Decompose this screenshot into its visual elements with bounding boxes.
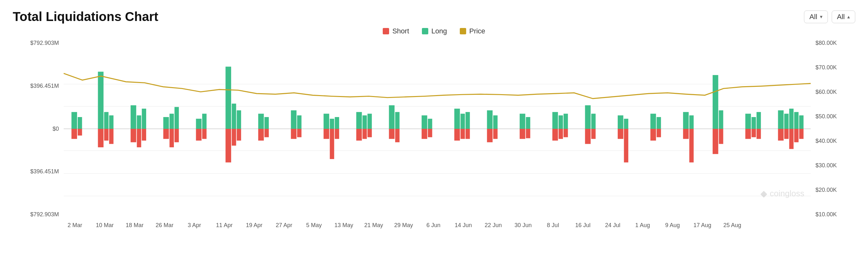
legend-price-label: Price [469,27,485,35]
svg-rect-98 [657,129,661,137]
svg-rect-113 [778,110,784,129]
header-controls: All ▾ All ▴ [804,10,855,23]
svg-rect-53 [356,112,362,129]
svg-rect-96 [651,129,656,141]
y-left-label-0: $792.903M [30,40,59,46]
y-right-label-3: $50.00K [815,113,837,120]
x-label-13: 14 Jun [455,222,472,229]
svg-rect-18 [130,129,136,142]
svg-rect-65 [428,119,432,129]
svg-rect-59 [389,105,395,129]
x-label-2: 18 Mar [126,222,144,229]
svg-rect-99 [683,112,689,129]
y-right-label-6: $20.00K [815,187,837,193]
x-label-8: 5 May [306,222,321,229]
svg-rect-17 [130,105,136,129]
chevron-up-icon: ▴ [847,14,850,20]
svg-rect-75 [493,115,498,129]
svg-rect-122 [799,129,804,139]
svg-rect-86 [564,129,568,137]
legend: Short Long Price [13,27,855,35]
short-color-dot [383,28,389,34]
price-color-dot [460,28,466,34]
legend-item-short: Short [383,27,409,35]
svg-rect-29 [196,119,202,129]
svg-rect-100 [683,129,689,139]
y-axis-left: $792.903M $396.451M $0 $396.451M $792.90… [13,40,62,218]
y-right-label-2: $60.00K [815,89,837,96]
svg-rect-39 [258,114,264,129]
svg-rect-27 [175,107,179,129]
svg-rect-77 [520,114,525,129]
svg-rect-108 [745,129,751,139]
svg-rect-12 [98,129,104,147]
y-left-label-3: $396.451M [30,168,59,175]
svg-rect-20 [137,129,142,147]
svg-rect-73 [487,110,493,129]
svg-rect-109 [751,117,756,129]
svg-rect-112 [756,129,761,139]
svg-rect-95 [651,114,656,129]
svg-rect-62 [395,129,400,142]
svg-rect-37 [237,110,241,129]
y-right-label-5: $30.00K [815,162,837,169]
svg-rect-71 [466,112,470,129]
x-label-14: 22 Jun [485,222,502,229]
svg-rect-15 [109,115,114,129]
coingloss-watermark: ◆ coingloss [761,188,804,199]
svg-rect-34 [225,129,231,162]
svg-rect-49 [330,119,334,129]
chart-inner [64,40,811,218]
svg-rect-35 [232,104,236,129]
svg-rect-81 [553,112,558,129]
svg-rect-80 [526,129,530,138]
svg-rect-25 [169,114,174,129]
x-label-3: 26 Mar [156,222,174,229]
svg-rect-68 [454,129,460,141]
svg-rect-79 [526,117,530,129]
y-right-label-7: $10.00K [815,211,837,218]
svg-rect-61 [395,112,400,129]
svg-rect-41 [264,117,269,129]
svg-rect-33 [225,67,231,129]
svg-rect-93 [624,119,628,129]
svg-rect-85 [564,114,568,129]
x-label-19: 1 Aug [635,222,650,229]
x-label-18: 24 Jul [605,222,620,229]
x-label-10: 21 May [364,222,383,229]
svg-rect-40 [258,129,264,141]
svg-rect-26 [169,129,174,147]
chevron-down-icon: ▾ [820,14,823,20]
dropdown-coin[interactable]: All ▾ [804,10,828,23]
svg-rect-119 [794,112,799,129]
svg-rect-117 [789,109,794,129]
svg-rect-11 [98,72,104,129]
svg-rect-22 [142,129,146,141]
x-label-9: 13 May [334,222,353,229]
y-right-label-4: $40.00K [815,138,837,144]
svg-rect-115 [784,114,789,129]
svg-rect-91 [618,115,623,129]
svg-rect-120 [794,129,799,142]
svg-rect-28 [175,129,179,142]
svg-rect-76 [493,129,498,139]
header-row: Total Liquidations Chart All ▾ All ▴ [13,9,855,24]
x-label-20: 9 Aug [665,222,680,229]
svg-rect-82 [553,129,558,141]
x-label-0: 2 Mar [67,222,82,229]
svg-rect-74 [487,129,493,142]
coingloss-icon: ◆ [761,188,767,199]
legend-item-long: Long [422,27,447,35]
svg-rect-16 [109,129,114,144]
y-right-label-1: $70.00K [815,64,837,71]
svg-rect-110 [751,129,756,137]
x-label-6: 19 Apr [246,222,262,229]
svg-rect-87 [585,105,591,129]
svg-rect-14 [104,129,108,141]
dropdown-timeframe[interactable]: All ▴ [832,10,855,23]
svg-rect-60 [389,129,395,139]
svg-rect-92 [618,129,623,139]
svg-rect-21 [142,109,146,129]
svg-rect-69 [460,114,465,129]
svg-rect-72 [466,129,470,139]
